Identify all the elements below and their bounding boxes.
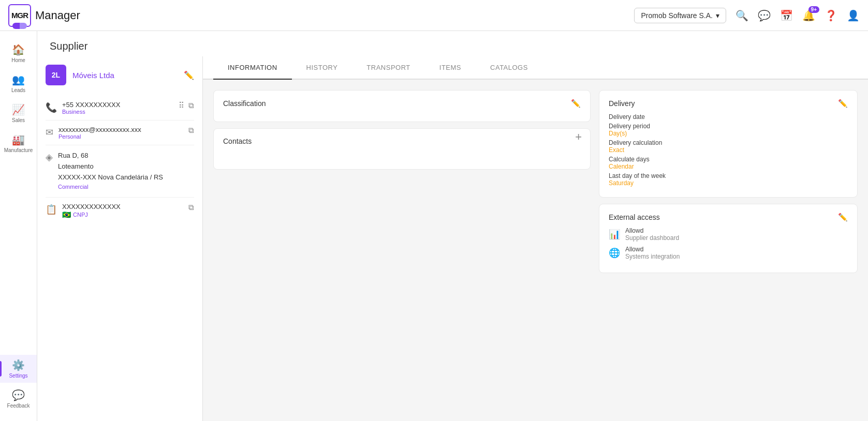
home-icon: 🏠	[12, 43, 25, 56]
feedback-icon: 💬	[12, 389, 25, 401]
delivery-period-value: Day(s)	[609, 130, 848, 137]
phone-icon: 📞	[46, 102, 57, 113]
address-row: ◈ Rua D, 68 Loteamento XXXXX-XXX Nova Ca…	[46, 145, 194, 198]
cnpj-number: XXXXXXXXXXXXX	[62, 203, 183, 210]
email-copy-button[interactable]: ⧉	[188, 126, 194, 135]
cnpj-copy-button[interactable]: ⧉	[188, 203, 194, 212]
phone-grid-button[interactable]: ⠿	[179, 101, 184, 110]
company-selector[interactable]: Promob Software S.A. ▾	[634, 8, 726, 23]
right-cards: Delivery ✏️ Delivery date Delivery perio…	[599, 90, 858, 411]
email-type: Personal	[58, 133, 183, 140]
phone-row: 📞 +55 XXXXXXXXXX Business ⠿ ⧉	[46, 96, 194, 121]
cnpj-content: XXXXXXXXXXXXX 🇧🇷 CNPJ	[62, 203, 183, 219]
phone-type: Business	[62, 109, 173, 115]
supplier-header: 2L Móveis Ltda ✏️	[46, 65, 194, 85]
manufacture-icon: 🏭	[12, 133, 25, 146]
email-address: xxxxxxxxx@xxxxxxxxxx.xxx	[58, 126, 183, 133]
supplier-edit-button[interactable]: ✏️	[184, 70, 194, 80]
last-day-value: Saturday	[609, 179, 848, 187]
page-title: Supplier	[50, 40, 856, 52]
sidebar-item-home[interactable]: 🏠 Home	[0, 39, 37, 67]
address-line2: Loteamento	[58, 161, 194, 172]
phone-actions: ⠿ ⧉	[179, 101, 194, 110]
location-icon: ◈	[46, 152, 53, 163]
address-line3: XXXXX-XXX Nova Candelária / RS	[58, 172, 194, 183]
calendar-icon[interactable]: 📅	[780, 9, 793, 22]
tab-items[interactable]: ITEMS	[425, 56, 476, 80]
ext-row-2: 🌐 Allowd Systems integration	[609, 246, 848, 260]
delivery-calc-label: Delivery calculation	[609, 139, 848, 146]
email-actions: ⧉	[188, 126, 194, 135]
cnpj-row: 📋 XXXXXXXXXXXXX 🇧🇷 CNPJ ⧉	[46, 198, 194, 224]
calculate-days-label: Calculate days	[609, 156, 848, 163]
left-cards: Classification ✏️ Contacts +	[213, 90, 591, 411]
sidebar-label-feedback: Feedback	[7, 403, 30, 409]
external-access-edit-button[interactable]: ✏️	[838, 213, 848, 222]
external-access-header: External access ✏️	[609, 213, 848, 222]
delivery-card: Delivery ✏️ Delivery date Delivery perio…	[599, 90, 858, 198]
logo-box: MGR	[8, 4, 31, 27]
bell-icon[interactable]: 🔔 9+	[802, 9, 815, 22]
tab-transport[interactable]: TRANSPORT	[352, 56, 424, 80]
ext-value-2: Systems integration	[625, 253, 680, 260]
help-icon[interactable]: ❓	[825, 9, 837, 22]
contacts-header: Contacts	[223, 137, 581, 145]
sidebar-item-leads[interactable]: 👥 Leads	[0, 69, 37, 97]
tab-information[interactable]: INFORMATION	[213, 56, 292, 80]
tab-content-information: Classification ✏️ Contacts +	[203, 80, 868, 421]
sidebar-item-manufacture[interactable]: 🏭 Manufacture	[0, 129, 37, 157]
logo: MGR Manager	[8, 4, 80, 27]
sidebar-item-sales[interactable]: 📈 Sales	[0, 99, 37, 127]
sidebar-label-settings: Settings	[9, 373, 27, 379]
sidebar-label-leads: Leads	[11, 87, 25, 93]
calculate-days-value: Calendar	[609, 163, 848, 170]
classification-edit-button[interactable]: ✏️	[571, 99, 581, 108]
external-access-title: External access	[609, 213, 660, 221]
app-title: Manager	[35, 9, 80, 22]
delivery-date-label: Delivery date	[609, 113, 848, 121]
delivery-edit-button[interactable]: ✏️	[838, 99, 848, 108]
company-name: Promob Software S.A.	[641, 11, 713, 20]
message-icon[interactable]: 💬	[758, 9, 771, 22]
sidebar-item-settings[interactable]: ⚙️ Settings	[0, 355, 37, 383]
phone-number: +55 XXXXXXXXXX	[62, 101, 173, 109]
add-contact-button[interactable]: +	[575, 130, 582, 144]
ext-value-1: Supplier dashboard	[625, 234, 679, 242]
content: Supplier 2L Móveis Ltda ✏️ 📞 +55 XXXXXXX	[37, 31, 868, 421]
search-icon[interactable]: 🔍	[735, 9, 748, 22]
classification-card: Classification ✏️	[213, 90, 591, 122]
ext-label-2: Allowd	[625, 246, 680, 253]
ext-content-2: Allowd Systems integration	[625, 246, 680, 260]
tab-catalogs[interactable]: CATALOGS	[476, 56, 542, 80]
user-icon[interactable]: 👤	[847, 9, 860, 22]
delivery-period-row: Delivery period Day(s)	[609, 123, 848, 137]
delivery-calc-value: Exact	[609, 146, 848, 154]
supplier-avatar: 2L	[46, 65, 66, 85]
tabs: INFORMATION HISTORY TRANSPORT ITEMS CATA…	[203, 56, 868, 80]
active-indicator	[0, 361, 2, 377]
delivery-header: Delivery ✏️	[609, 99, 848, 108]
main-layout: 🏠 Home 👥 Leads 📈 Sales 🏭 Manufacture ⚙️ …	[0, 31, 868, 421]
leads-icon: 👥	[12, 73, 25, 86]
chevron-down-icon: ▾	[716, 11, 719, 20]
classification-header: Classification ✏️	[223, 99, 581, 108]
email-content: xxxxxxxxx@xxxxxxxxxx.xxx Personal	[58, 126, 183, 140]
address-type: Commercial	[58, 183, 194, 192]
sidebar-label-manufacture: Manufacture	[4, 147, 33, 153]
logo-text: MGR	[8, 4, 31, 27]
topnav: MGR Manager Promob Software S.A. ▾ 🔍 💬 📅…	[0, 0, 868, 31]
contacts-card: Contacts +	[213, 128, 591, 170]
sidebar-label-sales: Sales	[12, 117, 25, 123]
classification-title: Classification	[223, 99, 266, 108]
tab-history[interactable]: HISTORY	[292, 56, 352, 80]
content-body: 2L Móveis Ltda ✏️ 📞 +55 XXXXXXXXXX Busin…	[37, 56, 868, 421]
logo-pill	[12, 23, 27, 29]
external-access-card: External access ✏️ 📊 Allowd Supplier das…	[599, 204, 858, 273]
delivery-date-row: Delivery date	[609, 113, 848, 121]
cnpj-actions: ⧉	[188, 203, 194, 212]
delivery-title: Delivery	[609, 99, 635, 108]
sidebar-label-home: Home	[11, 57, 25, 63]
phone-content: +55 XXXXXXXXXX Business	[62, 101, 173, 115]
sidebar-item-feedback[interactable]: 💬 Feedback	[0, 385, 37, 413]
phone-copy-button[interactable]: ⧉	[188, 101, 194, 110]
